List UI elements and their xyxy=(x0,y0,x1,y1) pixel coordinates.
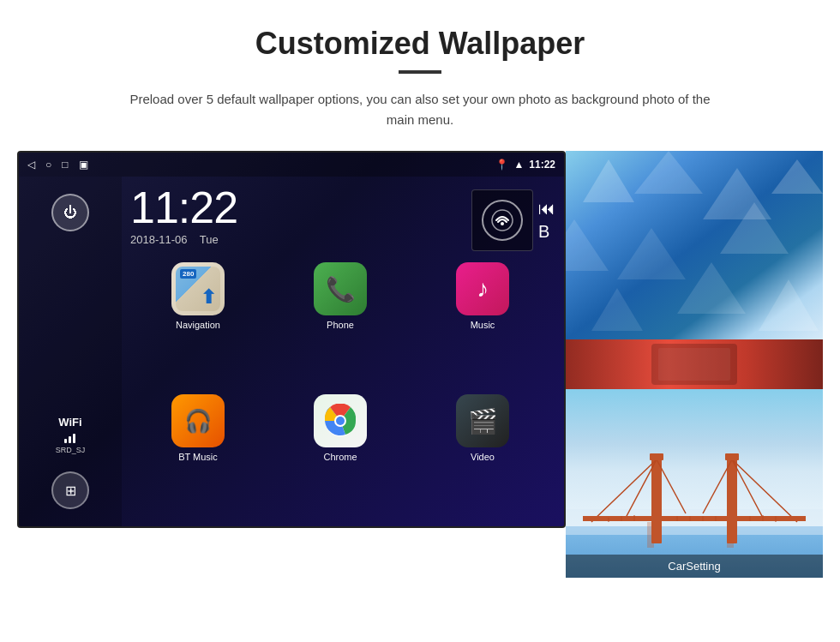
clock-date: 2018-11-06 Tue xyxy=(130,233,471,246)
clapboard-icon: 🎬 xyxy=(468,407,498,435)
title-divider xyxy=(399,70,441,74)
prev-track-icon[interactable]: ⏮ xyxy=(538,199,555,219)
svg-rect-31 xyxy=(650,453,663,460)
device-body: ⏻ WiFi SRD_SJ ⊞ xyxy=(19,177,564,526)
bridge-wallpaper-svg xyxy=(566,389,823,578)
device-sidebar: ⏻ WiFi SRD_SJ ⊞ xyxy=(19,177,122,526)
sidebar-top: ⏻ xyxy=(51,194,89,231)
app-item-video[interactable]: 🎬 Video xyxy=(415,394,550,519)
phone-symbol-icon: 📞 xyxy=(326,275,356,303)
chrome-label: Chrome xyxy=(323,452,357,462)
svg-rect-19 xyxy=(566,389,823,526)
video-label: Video xyxy=(471,452,495,462)
wallpaper-bridge[interactable]: CarSetting xyxy=(566,389,823,578)
location-icon: 📍 xyxy=(495,159,508,171)
media-icon-box xyxy=(471,189,533,251)
media-widget: ⏮ B xyxy=(471,189,555,251)
page-subtitle: Preload over 5 default wallpaper options… xyxy=(120,89,720,130)
clock-widget: 11:22 2018-11-06 Tue xyxy=(130,185,471,246)
media-signal-icon xyxy=(482,200,523,241)
nav-badge: 280 xyxy=(180,269,196,279)
screenshot-icon[interactable]: ▣ xyxy=(79,159,88,171)
next-track-icon[interactable]: B xyxy=(538,222,555,242)
svg-point-4 xyxy=(336,417,345,425)
wifi-status-icon: ▲ xyxy=(513,159,524,171)
music-note-icon: ♪ xyxy=(477,275,489,303)
app-item-phone[interactable]: 📞 Phone xyxy=(273,262,408,387)
app-item-chrome[interactable]: Chrome xyxy=(273,394,408,519)
status-bar: ◁ ○ □ ▣ 📍 ▲ 11:22 xyxy=(19,153,564,177)
content-area: ◁ ○ □ ▣ 📍 ▲ 11:22 ⏻ xyxy=(34,151,806,578)
wifi-ssid: SRD_SJ xyxy=(56,446,86,454)
app-item-bt-music[interactable]: 🎧 BT Music xyxy=(130,394,266,519)
music-icon: ♪ xyxy=(456,262,509,315)
clock-time: 11:22 xyxy=(130,185,471,230)
page-title: Customized Wallpaper xyxy=(255,26,585,62)
svg-rect-32 xyxy=(725,453,739,460)
status-bar-left: ◁ ○ □ ▣ xyxy=(27,159,88,171)
wifi-bar-3 xyxy=(73,434,75,443)
chrome-svg-icon xyxy=(323,404,357,438)
device-main: 11:22 2018-11-06 Tue xyxy=(122,177,564,526)
status-bar-right: 📍 ▲ 11:22 xyxy=(495,159,555,171)
ice-wallpaper-svg xyxy=(566,151,823,339)
svg-rect-21 xyxy=(566,509,823,535)
app-item-music[interactable]: ♪ Music xyxy=(415,262,550,387)
wallpaper-small-red[interactable] xyxy=(566,339,823,389)
svg-rect-30 xyxy=(583,516,806,521)
svg-rect-18 xyxy=(658,348,730,381)
app-item-navigation[interactable]: 280 ⬆ Navigation xyxy=(130,262,266,387)
back-nav-icon[interactable]: ◁ xyxy=(27,159,35,171)
app-grid: 280 ⬆ Navigation 📞 Phone xyxy=(122,255,564,526)
bt-music-icon: 🎧 xyxy=(171,394,225,447)
navigation-icon: 280 ⬆ xyxy=(171,262,225,315)
music-label: Music xyxy=(471,320,495,330)
svg-rect-43 xyxy=(647,522,654,548)
red-wallpaper-svg xyxy=(566,339,823,389)
wallpaper-thumbnails: CarSetting xyxy=(566,151,823,578)
bluetooth-symbol-icon: 🎧 xyxy=(184,408,212,435)
device-screen: ◁ ○ □ ▣ 📍 ▲ 11:22 ⏻ xyxy=(17,151,566,528)
wifi-bar-2 xyxy=(69,436,71,443)
page-wrapper: Customized Wallpaper Preload over 5 defa… xyxy=(0,0,840,642)
video-icon: 🎬 xyxy=(456,394,509,447)
wifi-widget: WiFi SRD_SJ xyxy=(56,416,86,454)
media-controls: ⏮ B xyxy=(538,199,555,242)
svg-rect-44 xyxy=(727,522,734,548)
car-setting-label: CarSetting xyxy=(566,555,823,578)
navigation-label: Navigation xyxy=(176,320,220,330)
bt-music-label: BT Music xyxy=(178,452,218,462)
grid-icon: ⊞ xyxy=(65,483,76,499)
recents-nav-icon[interactable]: □ xyxy=(62,159,68,171)
wallpaper-ice[interactable] xyxy=(566,151,823,339)
phone-label: Phone xyxy=(327,320,354,330)
wifi-label: WiFi xyxy=(56,416,86,429)
chrome-icon xyxy=(314,394,367,447)
grid-apps-button[interactable]: ⊞ xyxy=(51,471,89,509)
nav-arrow-icon: ⬆ xyxy=(201,286,216,309)
home-nav-icon[interactable]: ○ xyxy=(45,159,51,171)
svg-point-1 xyxy=(501,222,504,225)
phone-icon: 📞 xyxy=(314,262,367,315)
wifi-bar-1 xyxy=(64,439,67,443)
status-time: 11:22 xyxy=(529,159,555,171)
power-icon: ⏻ xyxy=(63,205,77,220)
power-button[interactable]: ⏻ xyxy=(51,194,89,231)
